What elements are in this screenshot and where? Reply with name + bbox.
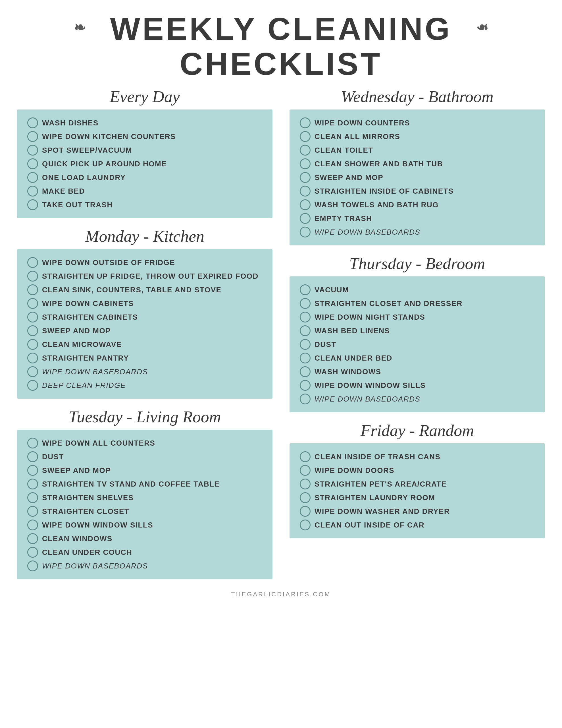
section-title-tuesday: Tuesday - Living Room <box>17 407 273 426</box>
checkbox[interactable] <box>27 284 38 295</box>
checkbox[interactable] <box>300 117 310 128</box>
checkbox[interactable] <box>27 561 38 571</box>
checkbox[interactable] <box>27 451 38 462</box>
list-item: DEEP CLEAN FRIDGE <box>27 380 262 391</box>
list-item: WIPE DOWN WINDOW SILLS <box>27 520 262 530</box>
list-item: WASH TOWELS AND BATH RUG <box>300 199 535 210</box>
checkbox[interactable] <box>300 213 310 224</box>
list-item: WIPE DOWN WINDOW SILLS <box>300 380 535 391</box>
list-item: STRAIGHTEN TV STAND AND COFFEE TABLE <box>27 479 262 489</box>
list-item: STRAIGHTEN CLOSET AND DRESSER <box>300 298 535 309</box>
checkbox[interactable] <box>27 158 38 169</box>
checkbox[interactable] <box>27 380 38 391</box>
checkbox[interactable] <box>300 520 310 530</box>
checkbox[interactable] <box>300 227 310 237</box>
list-item: WIPE DOWN ALL COUNTERS <box>27 438 262 448</box>
list-item: WIPE DOWN OUTSIDE OF FRIDGE <box>27 257 262 268</box>
item-label: WIPE DOWN WINDOW SILLS <box>42 521 153 530</box>
item-label: CLEAN TOILET <box>314 146 373 155</box>
checkbox[interactable] <box>27 533 38 544</box>
item-label: WIPE DOWN NIGHT STANDS <box>314 313 425 322</box>
checkbox[interactable] <box>27 353 38 363</box>
checkbox[interactable] <box>27 186 38 197</box>
checkbox[interactable] <box>300 284 310 295</box>
item-label: CLEAN INSIDE OF TRASH CANS <box>314 452 440 461</box>
checkbox[interactable] <box>300 172 310 183</box>
checkbox[interactable] <box>27 145 38 156</box>
item-label: QUICK PICK UP AROUND HOME <box>42 160 167 168</box>
checkbox[interactable] <box>300 325 310 336</box>
checkbox[interactable] <box>27 117 38 128</box>
checkbox[interactable] <box>27 312 38 322</box>
section-tuesday-living: Tuesday - Living Room WIPE DOWN ALL COUN… <box>17 407 273 579</box>
checkbox[interactable] <box>27 257 38 268</box>
item-label: CLEAN UNDER COUCH <box>42 548 132 557</box>
list-item: SWEEP AND MOP <box>300 172 535 183</box>
checkbox[interactable] <box>27 325 38 336</box>
checkbox[interactable] <box>300 131 310 142</box>
checkbox[interactable] <box>27 506 38 517</box>
checkbox[interactable] <box>300 380 310 391</box>
list-item: QUICK PICK UP AROUND HOME <box>27 158 262 169</box>
checkbox[interactable] <box>300 451 310 462</box>
right-column: Wednesday - Bathroom WIPE DOWN COUNTERS … <box>289 87 545 579</box>
list-item: STRAIGHTEN PANTRY <box>27 353 262 363</box>
checkbox[interactable] <box>300 312 310 322</box>
item-label: WIPE DOWN COUNTERS <box>314 119 410 127</box>
checkbox[interactable] <box>300 339 310 350</box>
item-label: WIPE DOWN BASEBOARDS <box>42 367 148 376</box>
checkbox[interactable] <box>300 199 310 210</box>
item-label: TAKE OUT TRASH <box>42 200 113 209</box>
checkbox[interactable] <box>300 506 310 517</box>
checkbox[interactable] <box>300 353 310 363</box>
checkbox[interactable] <box>300 298 310 309</box>
list-item: ONE LOAD LAUNDRY <box>27 172 262 183</box>
checkbox[interactable] <box>27 172 38 183</box>
item-label: STRAIGHTEN PANTRY <box>42 354 129 363</box>
checklist-box-monday: WIPE DOWN OUTSIDE OF FRIDGE STRAIGHTEN U… <box>17 249 273 399</box>
list-item: CLEAN SHOWER AND BATH TUB <box>300 158 535 169</box>
checkbox[interactable] <box>27 339 38 350</box>
list-item: WIPE DOWN COUNTERS <box>300 117 535 128</box>
item-label: STRAIGHTEN CABINETS <box>42 313 138 322</box>
checkbox[interactable] <box>300 394 310 404</box>
list-item: WIPE DOWN BASEBOARDS <box>27 366 262 377</box>
checkbox[interactable] <box>27 131 38 142</box>
main-grid: Every Day WASH DISHES WIPE DOWN KITCHEN … <box>17 87 545 579</box>
item-label: STRAIGHTEN CLOSET <box>42 507 129 516</box>
item-label: WIPE DOWN BASEBOARDS <box>314 228 420 237</box>
checkbox[interactable] <box>27 298 38 309</box>
checkbox[interactable] <box>27 438 38 448</box>
checkbox[interactable] <box>300 479 310 489</box>
checkbox[interactable] <box>27 366 38 377</box>
checkbox[interactable] <box>27 465 38 476</box>
section-every-day: Every Day WASH DISHES WIPE DOWN KITCHEN … <box>17 87 273 218</box>
checkbox[interactable] <box>300 158 310 169</box>
item-label: VACUUM <box>314 286 349 294</box>
item-label: SWEEP AND MOP <box>314 173 383 182</box>
checkbox[interactable] <box>300 145 310 156</box>
checkbox[interactable] <box>300 186 310 197</box>
item-label: WIPE DOWN OUTSIDE OF FRIDGE <box>42 258 175 267</box>
checkbox[interactable] <box>300 465 310 476</box>
list-item: TAKE OUT TRASH <box>27 199 262 210</box>
section-thursday-bedroom: Thursday - Bedroom VACUUM STRAIGHTEN CLO… <box>289 254 545 412</box>
list-item: WASH DISHES <box>27 117 262 128</box>
checkbox[interactable] <box>27 199 38 210</box>
list-item: EMPTY TRASH <box>300 213 535 224</box>
checkbox[interactable] <box>27 547 38 558</box>
checkbox[interactable] <box>300 492 310 503</box>
checkbox[interactable] <box>27 271 38 282</box>
item-label: SWEEP AND MOP <box>42 326 111 335</box>
checkbox[interactable] <box>27 479 38 489</box>
list-item: CLEAN ALL MIRRORS <box>300 131 535 142</box>
checkbox[interactable] <box>27 520 38 530</box>
item-label: WIPE DOWN KITCHEN COUNTERS <box>42 132 176 141</box>
checklist-box-thursday: VACUUM STRAIGHTEN CLOSET AND DRESSER WIP… <box>289 276 545 412</box>
list-item: WIPE DOWN DOORS <box>300 465 535 476</box>
list-item: STRAIGHTEN LAUNDRY ROOM <box>300 492 535 503</box>
checkbox[interactable] <box>300 366 310 377</box>
list-item: SWEEP AND MOP <box>27 325 262 336</box>
checkbox[interactable] <box>27 492 38 503</box>
list-item: WIPE DOWN CABINETS <box>27 298 262 309</box>
